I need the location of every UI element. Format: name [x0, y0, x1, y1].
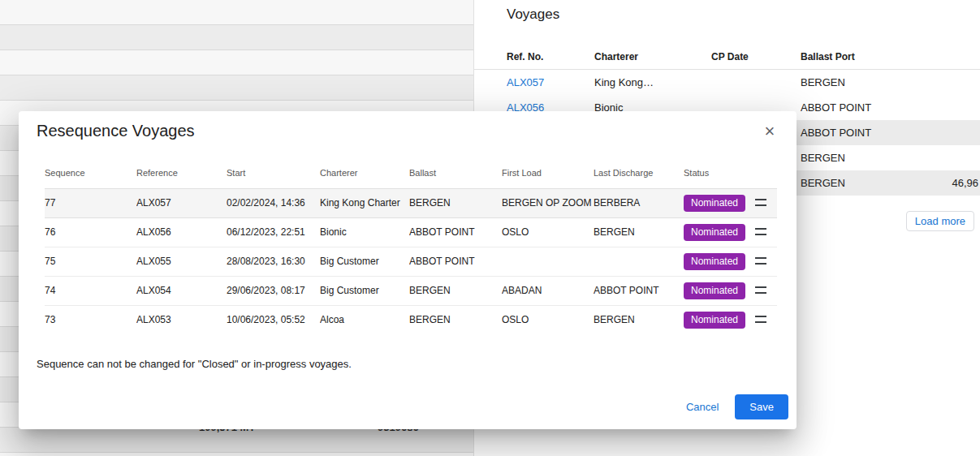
- cell-sequence: 75: [45, 247, 136, 276]
- cell-reference: ALX054: [136, 276, 227, 305]
- cell-first-load: OSLO: [502, 217, 594, 247]
- close-icon[interactable]: ×: [758, 119, 782, 144]
- cell-first-load: ABADAN: [502, 276, 594, 305]
- cell-start: 02/02/2024, 14:36: [227, 188, 320, 217]
- voyage-row[interactable]: ALX057 King Kong… BERGEN: [474, 70, 980, 95]
- header-start: Start: [227, 157, 320, 188]
- cell-first-load: BERGEN OP ZOOM: [502, 188, 594, 217]
- cell-sequence: 77: [45, 188, 136, 217]
- cell-reference: ALX057: [136, 188, 227, 217]
- drag-handle-icon[interactable]: [755, 228, 766, 235]
- cell-charterer: King Kong Charter: [320, 188, 409, 217]
- cell-reference: ALX056: [136, 217, 227, 247]
- cell-reference: ALX053: [136, 305, 227, 334]
- header-charterer: Charterer: [594, 45, 638, 70]
- cell-last-discharge: [594, 247, 684, 276]
- cell-last-discharge: ABBOT POINT: [594, 276, 684, 305]
- drag-handle-icon[interactable]: [755, 316, 766, 323]
- status-badge: Nominated: [684, 312, 745, 329]
- voyage-ballast-port: ABBOT POINT: [801, 120, 871, 145]
- cancel-button[interactable]: Cancel: [676, 395, 728, 419]
- resequence-table: Sequence Reference Start Charterer Balla…: [45, 157, 777, 334]
- header-last-discharge: Last Discharge: [594, 157, 684, 188]
- resequence-row[interactable]: 75 ALX055 28/08/2023, 16:30 Big Customer…: [45, 247, 777, 276]
- voyages-panel-title: Voyages: [507, 6, 559, 23]
- save-button[interactable]: Save: [735, 394, 788, 419]
- status-badge: Nominated: [684, 195, 745, 212]
- dialog-footer: Cancel Save: [676, 394, 788, 419]
- cell-ballast: BERGEN: [409, 276, 502, 305]
- drag-handle-icon[interactable]: [755, 199, 766, 206]
- resequence-row[interactable]: 76 ALX056 06/12/2023, 22:51 Bionic ABBOT…: [45, 217, 777, 247]
- cell-charterer: Big Customer: [320, 276, 409, 305]
- resequence-voyages-dialog: Resequence Voyages × Sequence Reference …: [19, 111, 797, 429]
- cell-first-load: [502, 247, 594, 276]
- header-cp-date: CP Date: [711, 45, 749, 70]
- header-ref-no: Ref. No.: [507, 45, 543, 70]
- header-ballast: Ballast: [409, 157, 502, 188]
- voyage-ballast-port: ABBOT POINT: [801, 95, 871, 120]
- voyage-charterer: King Kong…: [594, 70, 654, 95]
- cell-sequence: 76: [45, 217, 136, 247]
- cell-ballast: BERGEN: [409, 305, 502, 334]
- resequence-row[interactable]: 77 ALX057 02/02/2024, 14:36 King Kong Ch…: [45, 188, 777, 217]
- drag-handle-icon[interactable]: [755, 286, 766, 294]
- cell-start: 06/12/2023, 22:51: [227, 217, 320, 247]
- resequence-header-row: Sequence Reference Start Charterer Balla…: [45, 157, 777, 188]
- voyages-header-row: Ref. No. Charterer CP Date Ballast Port: [474, 45, 980, 70]
- resequence-row[interactable]: 74 ALX054 29/06/2023, 08:17 Big Customer…: [45, 276, 777, 305]
- cell-last-discharge: BERBERA: [594, 188, 684, 217]
- resequence-row[interactable]: 73 ALX053 10/06/2023, 05:52 Alcoa BERGEN…: [45, 305, 777, 334]
- status-badge: Nominated: [684, 224, 745, 241]
- header-drag: [755, 157, 777, 188]
- cell-reference: ALX055: [136, 247, 227, 276]
- load-more-button[interactable]: Load more: [906, 211, 974, 231]
- sequence-note: Sequence can not be changed for "Closed"…: [37, 358, 352, 370]
- cell-ballast: ABBOT POINT: [409, 247, 502, 276]
- cell-ballast: BERGEN: [409, 188, 502, 217]
- cell-charterer: Bionic: [320, 217, 409, 247]
- cell-start-link[interactable]: 10/06/2023, 05:52: [227, 305, 320, 334]
- drag-handle-icon[interactable]: [755, 257, 766, 265]
- cell-first-load: OSLO: [502, 305, 594, 334]
- voyage-ballast-port: BERGEN: [801, 145, 845, 170]
- header-sequence: Sequence: [45, 157, 136, 188]
- header-first-load: First Load: [502, 157, 594, 188]
- voyage-quantity: 46,96: [952, 170, 978, 196]
- cell-sequence: 74: [45, 276, 136, 305]
- cell-last-discharge: BERGEN: [594, 305, 684, 334]
- voyage-ballast-port: BERGEN: [801, 70, 845, 95]
- header-status: Status: [684, 157, 755, 188]
- header-reference: Reference: [136, 157, 227, 188]
- dialog-title: Resequence Voyages: [37, 122, 195, 140]
- cell-sequence: 73: [45, 305, 136, 334]
- status-badge: Nominated: [684, 282, 745, 299]
- cell-charterer: Alcoa: [320, 305, 409, 334]
- cell-ballast: ABBOT POINT: [409, 217, 502, 247]
- header-ballast-port: Ballast Port: [801, 45, 855, 70]
- cell-start: 28/08/2023, 16:30: [227, 247, 320, 276]
- header-charterer: Charterer: [320, 157, 409, 188]
- status-badge: Nominated: [684, 253, 745, 270]
- voyage-ballast-port: BERGEN: [801, 170, 845, 196]
- cell-start: 29/06/2023, 08:17: [227, 276, 320, 305]
- cell-charterer: Big Customer: [320, 247, 409, 276]
- cell-last-discharge: BERGEN: [594, 217, 684, 247]
- voyage-ref-link[interactable]: ALX057: [507, 70, 544, 95]
